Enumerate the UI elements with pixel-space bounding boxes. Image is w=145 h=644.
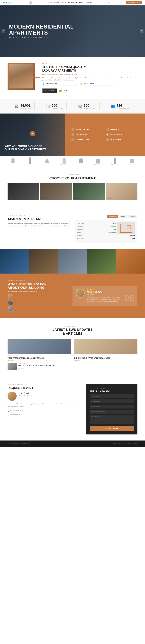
gallery-row-item-1[interactable]	[0, 250, 29, 274]
nav-pages[interactable]: Pages	[61, 2, 66, 4]
why-title: Why You Should Choose Our Building & Apa…	[4, 145, 46, 151]
gallery-item-3[interactable]: Garden View	[73, 183, 105, 200]
stat-listed: 🏢 300 Listed Apartments	[75, 102, 100, 110]
floor-plan-diagram	[117, 222, 135, 234]
gallery-row-item-3[interactable]	[58, 250, 87, 274]
partner-6: Partner 6	[94, 159, 102, 165]
social-links: 🐦 📘 📷 G	[3, 2, 12, 4]
testimonial-role: Civil Designer	[87, 294, 122, 295]
partner-6-logo: Partner 6	[94, 159, 102, 165]
partner-8: Partner 8	[128, 159, 136, 165]
form-field-phone	[90, 404, 134, 408]
gallery-label-4: Bedroom	[107, 197, 112, 199]
play-video-button[interactable]: ▶	[30, 131, 35, 136]
gallery-row-item-2[interactable]	[29, 250, 58, 274]
playgrounds-icon: ⚽	[106, 133, 109, 136]
gallery-item-4[interactable]: Bedroom	[106, 183, 138, 200]
why-left: ▶ Why You Should Choose Our Building & A…	[0, 114, 65, 156]
search-icon[interactable]: 🔍	[108, 2, 110, 4]
testimonial-card: ★★★★★ Alesha Brown Civil Designer Lorem …	[72, 286, 138, 306]
form-field-type	[90, 410, 134, 414]
apartment-type-input[interactable]	[90, 410, 134, 414]
form-field-name	[90, 394, 134, 398]
fitness-club-icon: 💪	[106, 138, 109, 141]
twitter-icon[interactable]: 🐦	[3, 2, 5, 4]
footer-sitemap[interactable]: Sitemap	[133, 443, 138, 444]
partner-3-logo: Partner 3	[43, 159, 50, 165]
gallery-row-item-4[interactable]	[87, 250, 116, 274]
nav-home[interactable]: Home	[48, 2, 52, 4]
testimonial-name: Alesha Brown	[87, 291, 122, 293]
playgrounds-label: Playgrounds	[110, 134, 122, 136]
email-input[interactable]	[90, 400, 134, 403]
why-features-grid: 💧 Water Storage 🔥 Fire Exiting ☀️ Solar …	[71, 128, 139, 141]
facebook-icon[interactable]: 📘	[6, 2, 8, 4]
nav-about[interactable]: About	[54, 2, 59, 4]
testimonial-text: Lorem ipsum apartments to process or a t…	[87, 296, 122, 303]
hero-section: ❮ Modern Residential Apartments Best Pla…	[0, 6, 145, 57]
contact-person: Karr Testl Managing Director	[8, 392, 82, 401]
message-textarea[interactable]	[90, 415, 134, 424]
phone-input[interactable]	[90, 404, 134, 408]
footer-links: Privacy Policy Terms of Service Sitemap	[113, 443, 138, 444]
hero-subtitle: Best Place & Big Room Apartments	[9, 37, 74, 38]
tab-penthouse[interactable]: Penthouse	[108, 215, 118, 218]
solar-systems-icon: ☀️	[71, 133, 74, 136]
footer-terms[interactable]: Terms of Service	[122, 443, 131, 444]
send-letter-button[interactable]: Send A Letter	[90, 426, 134, 431]
feature-swimming-pools: 🏊 Swimming Pools	[71, 138, 104, 141]
water-icon: 💧	[42, 83, 45, 86]
plan-row-price: Price From $5,500	[77, 237, 135, 240]
gallery-item-1[interactable]: Living Room	[8, 183, 40, 200]
news-small-grid: 06 Jan — 04 Nov The Different Types Of L…	[8, 363, 138, 370]
instagram-icon[interactable]: 📷	[8, 2, 10, 4]
tab-rooftop[interactable]: Rooftop	[128, 215, 138, 218]
contact-section: Meet Our Partners Request A Visit Karr T…	[0, 378, 145, 440]
google-icon[interactable]: G	[11, 2, 12, 4]
partner-3: Partner 3	[43, 159, 50, 165]
contact-email: hello@company.com	[10, 413, 22, 415]
nav-news[interactable]: News	[79, 2, 84, 4]
plans-section: About Our Building Apartments Plans Inte…	[0, 209, 145, 250]
gallery-item-2[interactable]: Dining Area	[40, 183, 72, 200]
apartment-gallery: Living Room Dining Area Garden View Bedr…	[8, 183, 138, 200]
gallery-label-3: Garden View	[74, 197, 81, 199]
water-feature-label: Water Storage	[46, 83, 77, 84]
mini-avatar-2	[8, 300, 13, 306]
news-image-2	[74, 338, 138, 354]
footer-privacy[interactable]: Privacy Policy	[113, 443, 120, 444]
testimonial-content: ★★★★★ Alesha Brown Civil Designer Lorem …	[87, 289, 122, 303]
news-tag-2: Windows	[74, 360, 138, 361]
more-details-button[interactable]: More Details	[42, 88, 57, 93]
news-small-title-1[interactable]: The Different Types Of Luxury Spaces	[18, 365, 54, 366]
gallery-row-item-5[interactable]	[116, 250, 145, 274]
news-title-1[interactable]: The Different Types Of Luxury Spaces	[8, 357, 71, 359]
schedule-visit-button[interactable]: Schedule A Visit	[126, 1, 142, 4]
news-section: Latest Updates Latest News Updates & Art…	[0, 318, 145, 378]
listed-count: 300	[84, 104, 96, 108]
gallery-label-2: Dining Area	[42, 197, 48, 199]
form-title: Write To Agent	[90, 390, 134, 392]
feature-solar-systems: ☀️ Solar Systems	[71, 133, 104, 136]
feature-fitness-club: 💪 Fitness Club	[106, 138, 139, 141]
nav-contact[interactable]: Contact	[86, 2, 92, 4]
news-title-2[interactable]: The Different Types Of Luxury Spaces	[74, 357, 138, 359]
tab-studio[interactable]: Studio	[119, 215, 127, 218]
partner-5: Partner 5	[77, 159, 84, 165]
site-logo[interactable]: 🏠	[28, 1, 32, 4]
partner-2: Partner 2	[26, 159, 34, 165]
plans-right: Penthouse Studio Rooftop Total Area 2477…	[75, 215, 138, 243]
feature-playgrounds: ⚽ Playgrounds	[106, 133, 139, 136]
testimonials-title: What They're Saying About Our Building	[8, 282, 66, 290]
choose-section: Apartment Space Choose Your Apartment Li…	[0, 168, 145, 209]
citizens-label: Citizens Absolutely	[116, 108, 130, 109]
nav-apartments[interactable]: Apartments	[68, 2, 77, 4]
hero-next-button[interactable]: ❯	[140, 30, 144, 33]
hero-prev-button[interactable]: ❮	[2, 30, 5, 33]
partner-8-logo: Partner 8	[128, 159, 136, 165]
contact-left: Meet Our Partners Request A Visit Karr T…	[8, 384, 82, 434]
name-input[interactable]	[90, 394, 134, 398]
citizens-count: 726	[116, 104, 130, 108]
about-image-border	[25, 77, 40, 92]
about-description: Interior of absolute space, all composit…	[42, 77, 138, 81]
